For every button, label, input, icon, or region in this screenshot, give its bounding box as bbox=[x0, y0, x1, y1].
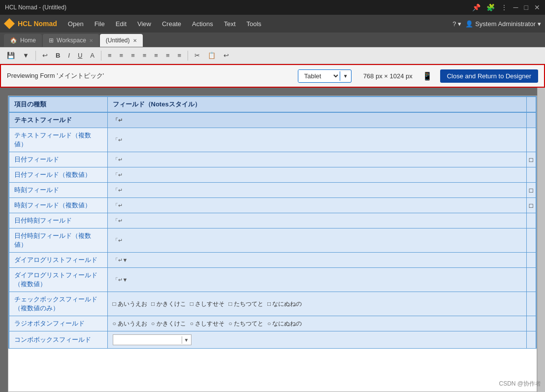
toolbar-align-left[interactable]: ≡ bbox=[105, 51, 115, 60]
menu-view[interactable]: View bbox=[132, 18, 156, 30]
menu-text[interactable]: Text bbox=[219, 18, 241, 30]
row-value: □ あいうえお □ かきくけこ □ さしすせそ □ たちつてと □ なにぬねの bbox=[107, 292, 526, 316]
menu-tools[interactable]: Tools bbox=[242, 18, 266, 30]
combo-field[interactable]: ▼ bbox=[113, 334, 192, 345]
tab-workspace-label: Workspace bbox=[57, 37, 86, 44]
table-row: チェックボックスフィールド（複数値のみ） □ あいうえお □ かきくけこ □ さ… bbox=[9, 292, 536, 316]
table-row: 日付時刻フィールド（複数値） 「↵ bbox=[9, 229, 536, 253]
checkbox-item: □ なにぬねの bbox=[267, 300, 302, 308]
row-value: 「↵ bbox=[107, 167, 526, 183]
toolbar-align-right[interactable]: ≡ bbox=[128, 51, 138, 60]
toolbar-dropdown[interactable]: ▼ bbox=[20, 51, 32, 60]
row-label: 時刻フィールド bbox=[9, 183, 107, 198]
toolbar-indent[interactable]: ≡ bbox=[140, 51, 150, 60]
field-marker: 「↵ bbox=[113, 187, 123, 193]
toolbar: 💾 ▼ ↩ B I U A ≡ ≡ ≡ ≡ ≡ ≡ ≡ ✂ 📋 ↩ bbox=[0, 47, 545, 64]
toolbar-underline[interactable]: U bbox=[75, 51, 85, 60]
checkbox-item: □ さしすせそ bbox=[190, 300, 225, 308]
device-select-arrow: ▼ bbox=[340, 71, 351, 81]
help-button[interactable]: ? ▾ bbox=[452, 20, 461, 28]
toolbar-save[interactable]: 💾 bbox=[4, 51, 18, 60]
row-value: ▼ bbox=[107, 331, 526, 349]
row-label: 日付時刻フィールド（複数値） bbox=[9, 229, 107, 253]
header-label-col: 項目の種類 bbox=[9, 97, 107, 112]
menu-bar: HCL Nomad Open File Edit View Create Act… bbox=[0, 15, 545, 33]
menu-right: ? ▾ 👤 System Administrator ▾ bbox=[452, 20, 541, 28]
table-row: 時刻フィールド 「↵ □ bbox=[9, 183, 536, 198]
toolbar-bullet[interactable]: ≡ bbox=[175, 51, 185, 60]
field-marker: 「↵ bbox=[113, 172, 123, 178]
tab-home[interactable]: 🏠 Home bbox=[4, 34, 42, 47]
field-marker: 「↵ bbox=[113, 117, 123, 123]
tab-home-label: Home bbox=[20, 37, 36, 44]
device-selector[interactable]: Phone Tablet Desktop ▼ bbox=[298, 69, 352, 83]
row-extra bbox=[526, 229, 536, 253]
header-extra-col bbox=[526, 97, 536, 112]
toolbar-undo[interactable]: ↩ bbox=[39, 51, 51, 60]
toolbar-list[interactable]: ≡ bbox=[163, 51, 173, 60]
menu-open[interactable]: Open bbox=[63, 18, 89, 30]
row-extra bbox=[526, 316, 536, 331]
radio-group: ○ あいうえお ○ かきくけこ ○ さしすせそ ○ たちつてと ○ なにぬねの bbox=[113, 320, 521, 328]
toolbar-align-center[interactable]: ≡ bbox=[117, 51, 127, 60]
watermark: CSDN @协作者 bbox=[499, 380, 541, 388]
device-select[interactable]: Phone Tablet Desktop bbox=[298, 70, 340, 82]
preview-device-icon[interactable]: 📱 bbox=[422, 71, 432, 81]
checkbox-item: □ あいうえお bbox=[113, 300, 148, 308]
field-marker: 「↵▼ bbox=[113, 257, 128, 263]
extension-icon[interactable]: 🧩 bbox=[486, 3, 495, 11]
toolbar-sep-3 bbox=[188, 51, 188, 61]
tab-untitled-close[interactable]: ✕ bbox=[133, 38, 137, 43]
row-extra bbox=[526, 268, 536, 292]
field-marker: 「↵ bbox=[113, 137, 123, 143]
menu-actions[interactable]: Actions bbox=[187, 18, 218, 30]
close-designer-button[interactable]: Close and Return to Designer bbox=[440, 69, 538, 83]
title-bar-left: HCL Nomad - (Untitled) bbox=[5, 4, 66, 11]
tab-workspace[interactable]: ⊞ Workspace ✕ bbox=[43, 34, 99, 47]
toolbar-outdent[interactable]: ≡ bbox=[151, 51, 161, 60]
tab-untitled[interactable]: (Untitled) ✕ bbox=[100, 34, 143, 47]
field-marker: 「↵ bbox=[113, 157, 123, 163]
row-extra: □ bbox=[526, 183, 536, 198]
close-icon[interactable]: ✕ bbox=[534, 3, 540, 11]
maximize-icon[interactable]: □ bbox=[524, 3, 528, 11]
scrollbar[interactable] bbox=[537, 88, 545, 392]
content-area: 項目の種類 フィールド（Notesスタイル） テキストフィールド 「↵ テキスト… bbox=[0, 88, 545, 392]
tab-workspace-close[interactable]: ✕ bbox=[89, 38, 93, 43]
pin-icon[interactable]: 📌 bbox=[472, 3, 481, 11]
toolbar-paste[interactable]: ↩ bbox=[221, 51, 232, 60]
row-value: 「↵▼ bbox=[107, 253, 526, 268]
brand-icon bbox=[4, 18, 15, 29]
minimize-icon[interactable]: ─ bbox=[513, 3, 518, 11]
toolbar-sep-1 bbox=[35, 51, 36, 61]
combo-arrow-icon: ▼ bbox=[182, 336, 191, 344]
radio-item: ○ さしすせそ bbox=[190, 320, 225, 328]
row-value: 「↵ bbox=[107, 198, 526, 213]
menu-file[interactable]: File bbox=[90, 18, 110, 30]
radio-item: ○ たちつてと bbox=[228, 320, 263, 328]
table-row: コンボボックスフィールド ▼ bbox=[9, 331, 536, 349]
toolbar-font-color[interactable]: A bbox=[87, 51, 97, 60]
row-value: 「↵ bbox=[107, 183, 526, 198]
row-label: ダイアログリストフィールド bbox=[9, 253, 107, 268]
toolbar-italic[interactable]: I bbox=[65, 51, 73, 60]
user-button[interactable]: 👤 System Administrator ▾ bbox=[465, 20, 541, 28]
table-row: テキストフィールド 「↵ bbox=[9, 112, 536, 128]
toolbar-bold[interactable]: B bbox=[53, 51, 63, 60]
more-icon[interactable]: ⋮ bbox=[501, 3, 508, 11]
preview-bar: Previewing Form 'メイントピック' Phone Tablet D… bbox=[0, 64, 545, 88]
row-value: 「↵ bbox=[107, 152, 526, 167]
row-label: 日付フィールド bbox=[9, 152, 107, 167]
menu-create[interactable]: Create bbox=[157, 18, 186, 30]
row-value: ○ あいうえお ○ かきくけこ ○ さしすせそ ○ たちつてと ○ なにぬねの bbox=[107, 316, 526, 331]
toolbar-cut[interactable]: ✂ bbox=[192, 51, 203, 60]
menu-edit[interactable]: Edit bbox=[111, 18, 131, 30]
combo-input[interactable] bbox=[113, 335, 182, 345]
preview-size: 768 px × 1024 px bbox=[363, 72, 413, 80]
toolbar-copy[interactable]: 📋 bbox=[205, 51, 219, 60]
row-extra bbox=[526, 213, 536, 229]
home-icon: 🏠 bbox=[10, 37, 17, 44]
table-row: 日付フィールド（複数値） 「↵ bbox=[9, 167, 536, 183]
row-value: 「↵ bbox=[107, 213, 526, 229]
row-extra bbox=[526, 253, 536, 268]
